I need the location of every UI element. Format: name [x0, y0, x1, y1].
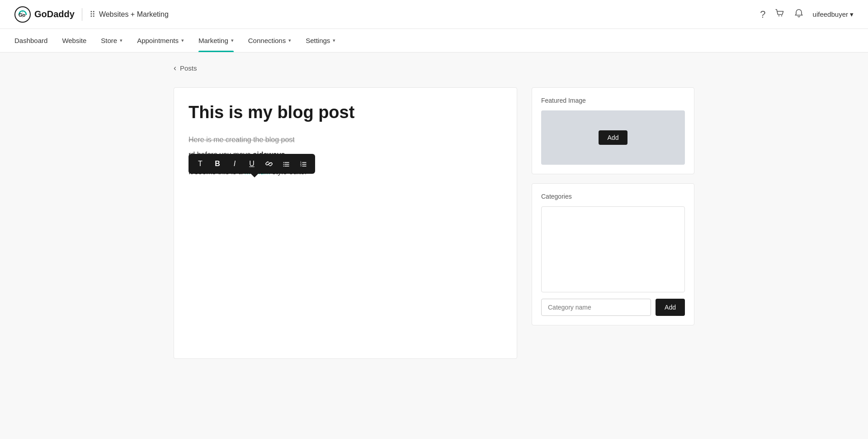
user-chevron: ▾ [850, 10, 854, 19]
text-formatting-toolbar[interactable]: T B I U [189, 154, 315, 174]
blog-line1: Here is me creating the blog post [189, 134, 502, 146]
user-name: uifeedbuyer [813, 10, 848, 18]
svg-point-3 [781, 15, 782, 16]
featured-image-title: Featured Image [541, 97, 685, 104]
breadcrumb[interactable]: ‹ Posts [174, 63, 694, 73]
breadcrumb-arrow-icon: ‹ [174, 63, 176, 73]
nav-label-website: Website [62, 37, 86, 44]
two-col-layout: This is my blog post Here is me creating… [174, 87, 694, 359]
underline-button[interactable]: U [244, 157, 260, 171]
logo-text: GoDaddy [34, 9, 75, 19]
nav-item-settings[interactable]: Settings ▾ [306, 29, 335, 52]
category-input-row: Add [541, 299, 685, 316]
product-name-text: Websites + Marketing [99, 10, 169, 19]
user-menu[interactable]: uifeedbuyer ▾ [813, 10, 854, 19]
editor-sidebar: Featured Image Add Categories Add [532, 87, 694, 334]
main-content: ‹ Posts This is my blog post Here is me … [0, 52, 868, 439]
editor-container: ‹ Posts This is my blog post Here is me … [163, 63, 705, 359]
nav-item-store[interactable]: Store ▾ [101, 29, 123, 52]
nav-item-marketing[interactable]: Marketing ▾ [198, 29, 234, 52]
bold-button[interactable]: B [209, 157, 226, 171]
categories-panel: Categories Add [532, 183, 694, 325]
nav-item-dashboard[interactable]: Dashboard [14, 29, 47, 52]
top-bar-left: Go GoDaddy ⠿ Websites + Marketing [14, 6, 169, 23]
nav-label-marketing: Marketing [198, 37, 228, 44]
appointments-chevron-icon: ▾ [181, 38, 184, 43]
svg-point-9 [283, 166, 284, 167]
text-format-button[interactable]: T [192, 157, 208, 171]
italic-button[interactable]: I [226, 157, 243, 171]
nav-label-connections: Connections [248, 37, 286, 44]
breadcrumb-label: Posts [180, 64, 197, 72]
ordered-list-button[interactable]: 1 2 3 [295, 157, 311, 171]
nav-label-appointments: Appointments [137, 37, 179, 44]
store-chevron-icon: ▾ [120, 38, 123, 43]
svg-text:3: 3 [300, 164, 302, 167]
unordered-list-button[interactable] [278, 157, 294, 171]
categories-box [541, 206, 685, 292]
featured-image-add-button[interactable]: Add [599, 130, 628, 145]
top-bar-right: ? uifeedbuyer ▾ [760, 8, 854, 21]
cart-icon[interactable] [775, 8, 785, 21]
blog-body[interactable]: Here is me creating the blog post T B I … [189, 134, 502, 178]
nav-bar: Dashboard Website Store ▾ Appointments ▾… [0, 29, 868, 52]
settings-chevron-icon: ▾ [333, 38, 335, 43]
blog-title[interactable]: This is my blog post [189, 102, 502, 123]
svg-point-8 [283, 164, 284, 165]
featured-image-box: Add [541, 110, 685, 165]
category-add-button[interactable]: Add [656, 299, 685, 316]
marketing-chevron-icon: ▾ [231, 38, 234, 43]
nav-item-website[interactable]: Website [62, 29, 86, 52]
nav-label-store: Store [101, 37, 117, 44]
link-button[interactable] [261, 157, 277, 171]
category-name-input[interactable] [541, 299, 651, 316]
nav-item-connections[interactable]: Connections ▾ [248, 29, 291, 52]
nav-label-dashboard: Dashboard [14, 37, 47, 44]
top-bar: Go GoDaddy ⠿ Websites + Marketing ? uife… [0, 0, 868, 29]
nav-item-appointments[interactable]: Appointments ▾ [137, 29, 184, 52]
nav-label-settings: Settings [306, 37, 330, 44]
product-name: ⠿ Websites + Marketing [90, 10, 169, 19]
blog-editor[interactable]: This is my blog post Here is me creating… [174, 87, 517, 359]
help-icon[interactable]: ? [760, 9, 765, 20]
svg-text:Go: Go [19, 12, 26, 18]
logo[interactable]: Go GoDaddy [14, 6, 75, 23]
bell-icon[interactable] [794, 8, 804, 21]
featured-image-panel: Featured Image Add [532, 87, 694, 174]
grid-icon: ⠿ [90, 10, 95, 19]
svg-point-2 [778, 15, 779, 16]
svg-point-7 [283, 162, 284, 163]
godaddy-logo-icon: Go [14, 6, 31, 23]
connections-chevron-icon: ▾ [288, 38, 291, 43]
categories-title: Categories [541, 193, 685, 200]
logo-divider [82, 8, 82, 21]
